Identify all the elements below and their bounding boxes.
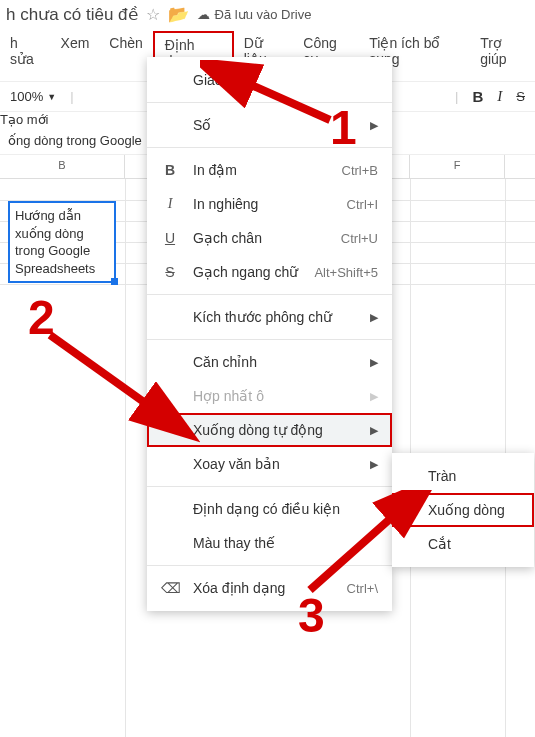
svg-line-0 (240, 80, 330, 120)
separator (147, 294, 392, 295)
svg-line-2 (310, 510, 400, 590)
italic-icon: I (161, 196, 179, 212)
dd-label: In đậm (193, 162, 328, 178)
dd-label: In nghiêng (193, 196, 333, 212)
svg-line-1 (50, 335, 155, 410)
menu-view[interactable]: Xem (51, 31, 100, 75)
dd-label: Hợp nhất ô (193, 388, 356, 404)
shortcut: Ctrl+B (342, 163, 378, 178)
dd-italic[interactable]: I In nghiêng Ctrl+I (147, 187, 392, 221)
bold-button[interactable]: B (472, 88, 483, 105)
clear-icon: ⌫ (161, 580, 179, 596)
separator: | (70, 89, 73, 104)
sm-label: Tràn (428, 468, 456, 484)
dd-underline[interactable]: U Gạch chân Ctrl+U (147, 221, 392, 255)
col-header-f[interactable]: F (410, 155, 505, 178)
annotation-3: 3 (298, 588, 325, 643)
drive-status: ☁ Đã lưu vào Drive (197, 7, 312, 22)
dd-label: Xuống dòng tự động (193, 422, 356, 438)
chevron-right-icon: ▶ (370, 119, 378, 132)
dd-rotation[interactable]: Xoay văn bản ▶ (147, 447, 392, 481)
italic-button[interactable]: I (497, 88, 502, 105)
chevron-down-icon: ▼ (47, 92, 56, 102)
shortcut: Alt+Shift+5 (314, 265, 378, 280)
dd-label: Xoay văn bản (193, 456, 356, 472)
cell-content: Hướng dẫn xuống dòng trong Google Spread… (15, 208, 95, 276)
arrow-1 (200, 60, 350, 160)
drive-status-text: Đã lưu vào Drive (215, 7, 312, 22)
menu-insert[interactable]: Chèn (99, 31, 152, 75)
fill-handle[interactable] (111, 278, 118, 285)
cloud-icon: ☁ (197, 7, 210, 22)
strike-icon: S (161, 264, 179, 280)
bold-icon: B (161, 162, 179, 178)
sm-overflow[interactable]: Tràn (392, 459, 534, 493)
strikethrough-button[interactable]: S (516, 89, 525, 104)
doc-title[interactable]: h chưa có tiêu đề (6, 4, 138, 25)
zoom-value: 100% (10, 89, 43, 104)
annotation-1: 1 (330, 100, 357, 155)
underline-icon: U (161, 230, 179, 246)
chevron-right-icon: ▶ (370, 424, 378, 437)
separator: | (455, 89, 458, 104)
dd-label: Căn chỉnh (193, 354, 356, 370)
formula-text: ống dòng trong Google (8, 133, 142, 148)
col-header-b[interactable]: B (0, 155, 125, 178)
selected-cell[interactable]: Hướng dẫn xuống dòng trong Google Spread… (8, 201, 116, 283)
dd-label: Kích thước phông chữ (193, 309, 356, 325)
chevron-right-icon: ▶ (370, 390, 378, 403)
zoom-selector[interactable]: 100% ▼ (10, 89, 56, 104)
separator (147, 486, 392, 487)
annotation-2: 2 (28, 290, 55, 345)
dd-label: Gạch ngang chữ (193, 264, 300, 280)
title-bar: h chưa có tiêu đề ☆ 📂 ☁ Đã lưu vào Drive (0, 0, 535, 29)
chevron-right-icon: ▶ (370, 356, 378, 369)
arrow-2 (40, 325, 200, 445)
dd-label: Gạch chân (193, 230, 327, 246)
shortcut: Ctrl+U (341, 231, 378, 246)
shortcut: Ctrl+I (347, 197, 378, 212)
chevron-right-icon: ▶ (370, 458, 378, 471)
star-icon[interactable]: ☆ (146, 5, 160, 24)
menu-help[interactable]: Trợ giúp (470, 31, 535, 75)
chevron-right-icon: ▶ (370, 311, 378, 324)
menu-edit[interactable]: h sửa (0, 31, 51, 75)
move-icon[interactable]: 📂 (168, 4, 189, 25)
dd-strike[interactable]: S Gạch ngang chữ Alt+Shift+5 (147, 255, 392, 289)
